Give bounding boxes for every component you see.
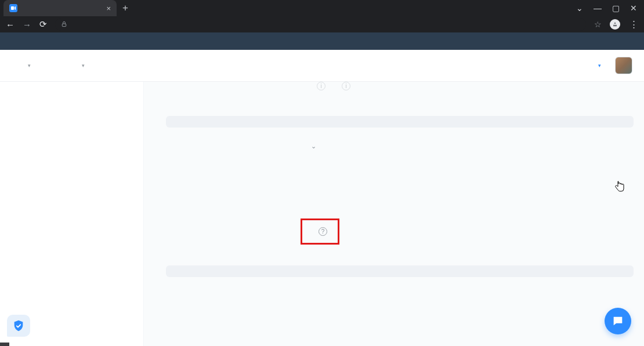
profile-content: i i ⌄ ? bbox=[144, 82, 644, 346]
browser-tabbar: × + ⌄ — ▢ ✕ bbox=[0, 0, 644, 16]
help-icon[interactable]: ? bbox=[319, 227, 327, 236]
zoom-favicon-icon bbox=[9, 4, 17, 12]
menu-solutions[interactable]: ▾ bbox=[26, 63, 31, 68]
close-window-icon[interactable]: ✕ bbox=[630, 3, 637, 13]
svg-rect-1 bbox=[62, 24, 66, 27]
window-controls: ⌄ — ▢ ✕ bbox=[576, 3, 644, 13]
meeting-capacity-row: i i bbox=[166, 82, 634, 96]
value: ⌄ bbox=[301, 141, 631, 150]
row-linked-accounts bbox=[166, 213, 634, 223]
svg-rect-0 bbox=[11, 6, 14, 10]
caret-down-icon: ▾ bbox=[598, 63, 601, 68]
info-icon[interactable]: i bbox=[317, 82, 325, 90]
incognito-badge[interactable] bbox=[610, 19, 624, 30]
header-menu: ▾ ▾ bbox=[26, 63, 85, 68]
back-icon[interactable]: ← bbox=[6, 20, 15, 30]
forward-icon[interactable]: → bbox=[23, 20, 31, 30]
user-avatar[interactable] bbox=[615, 57, 632, 74]
security-badge-icon[interactable] bbox=[7, 315, 30, 337]
incognito-icon bbox=[610, 19, 620, 30]
header-right: ▾ bbox=[568, 57, 632, 74]
sidebar bbox=[0, 82, 144, 346]
caret-down-icon: ▾ bbox=[82, 63, 85, 68]
browser-chrome: × + ⌄ — ▢ ✕ ← → ⟳ ☆ ⋮ bbox=[0, 0, 644, 32]
new-tab-button[interactable]: + bbox=[122, 2, 128, 14]
maximize-icon[interactable]: ▢ bbox=[612, 3, 620, 13]
bookmark-star-icon[interactable]: ☆ bbox=[594, 20, 602, 29]
info-icon[interactable]: i bbox=[342, 82, 350, 90]
row-sign-in-email: ⌄ bbox=[166, 141, 634, 171]
status-bar-url bbox=[0, 343, 9, 346]
zoom-header: ▾ ▾ ▾ bbox=[0, 50, 644, 82]
row-sign-in-password bbox=[166, 171, 634, 192]
menu-resources[interactable]: ▾ bbox=[79, 63, 85, 68]
row-two-factor bbox=[166, 192, 634, 213]
host-meeting-dropdown[interactable]: ▾ bbox=[596, 63, 601, 68]
url-bar[interactable] bbox=[55, 18, 586, 31]
reload-icon[interactable]: ⟳ bbox=[39, 19, 47, 30]
chat-fab[interactable] bbox=[605, 308, 631, 334]
chevron-down-icon[interactable]: ⌄ bbox=[576, 3, 583, 13]
sign-out-all-devices-highlight: ? bbox=[301, 218, 339, 245]
section-sign-in bbox=[166, 116, 634, 128]
page-body: i i ⌄ ? bbox=[0, 82, 644, 346]
expand-email-icon[interactable]: ⌄ bbox=[311, 143, 316, 150]
zoom-topbar bbox=[0, 32, 644, 50]
browser-addressbar: ← → ⟳ ☆ ⋮ bbox=[0, 16, 644, 32]
browser-menu-icon[interactable]: ⋮ bbox=[629, 19, 638, 30]
chat-icon bbox=[612, 315, 624, 327]
section-others bbox=[166, 265, 634, 277]
browser-tab[interactable]: × bbox=[3, 0, 117, 16]
close-icon[interactable]: × bbox=[106, 4, 111, 13]
row-calendar-integration bbox=[166, 291, 634, 297]
lock-icon bbox=[61, 19, 67, 30]
caret-down-icon: ▾ bbox=[28, 63, 31, 68]
minimize-icon[interactable]: — bbox=[594, 3, 602, 13]
